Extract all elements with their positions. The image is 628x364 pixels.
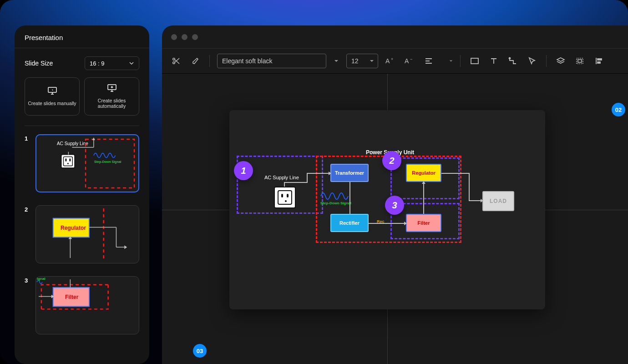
- svg-marker-19: [124, 245, 127, 249]
- chevron-down-icon: [129, 61, 134, 66]
- font-increase-button[interactable]: A+: [384, 54, 397, 68]
- align-left-icon: [425, 57, 433, 65]
- thumb3-signal: ignal: [37, 277, 46, 281]
- caret-down-icon: [370, 59, 374, 63]
- slide-size-value: 16 : 9: [90, 60, 105, 67]
- layers-button[interactable]: [554, 54, 567, 68]
- thumb3-box: Filter: [65, 294, 78, 300]
- svg-text:+: +: [391, 57, 393, 61]
- window-titlebar: [162, 25, 628, 48]
- create-manual-button[interactable]: Create slides manually: [25, 77, 80, 116]
- svg-text:A: A: [405, 57, 409, 65]
- font-increase-icon: A+: [385, 57, 395, 65]
- align-objects-icon: [595, 57, 603, 65]
- load-block[interactable]: LOAD: [482, 191, 514, 211]
- step-marker-2: 2: [382, 151, 401, 170]
- plug-icon: [274, 187, 296, 208]
- theme-value: Elegant soft black: [222, 57, 273, 65]
- svg-point-31: [509, 58, 511, 59]
- caret-down-icon: [334, 59, 339, 63]
- wire: [469, 173, 470, 201]
- svg-rect-8: [65, 159, 66, 162]
- cursor-icon: [528, 57, 536, 65]
- slide-size-label: Slide Size: [25, 60, 53, 67]
- font-decrease-icon: A−: [405, 57, 415, 65]
- svg-rect-2: [86, 139, 134, 188]
- cut-button[interactable]: [169, 54, 183, 68]
- shape-button[interactable]: [468, 54, 481, 68]
- thumb3-art: [36, 277, 139, 334]
- wire-arrow: [469, 200, 481, 201]
- thumb-number: 3: [25, 276, 31, 334]
- align-button[interactable]: [422, 54, 436, 68]
- svg-rect-30: [471, 58, 478, 64]
- wave-signal: [320, 191, 349, 201]
- font-size-select[interactable]: 12: [346, 54, 378, 68]
- wire: [441, 173, 470, 174]
- monitor-plus-icon: [107, 84, 117, 93]
- slide-canvas[interactable]: Power Supply Unit AC Supply Line Step-Do…: [229, 110, 545, 309]
- panel-title: Presentation: [15, 25, 149, 48]
- rectangle-icon: [470, 57, 479, 65]
- font-size-value: 12: [351, 57, 359, 65]
- align-objects-button[interactable]: [592, 54, 606, 68]
- filter-block[interactable]: Filter: [406, 214, 441, 232]
- wire: [349, 182, 350, 214]
- step-marker-1: 1: [234, 161, 253, 180]
- wire-arrow: [307, 173, 329, 174]
- create-auto-button[interactable]: Create slides automatically: [84, 77, 139, 116]
- regulator-block[interactable]: Regulator: [406, 164, 441, 182]
- slide-thumbnail-3[interactable]: ignal Filter: [35, 276, 139, 334]
- traffic-light-close[interactable]: [171, 34, 177, 40]
- thumb-number: 2: [25, 205, 31, 263]
- scissors-icon: [172, 57, 180, 65]
- presentation-panel: Presentation Slide Size 16 : 9 Create sl…: [15, 25, 149, 364]
- slide-size-select[interactable]: 16 : 9: [85, 56, 139, 70]
- font-decrease-button[interactable]: A−: [403, 54, 416, 68]
- help-badge-02[interactable]: 02: [612, 103, 625, 116]
- thumb1-signal: Step-Down Signal: [94, 160, 122, 163]
- slide-thumbnail-2[interactable]: Regulator: [35, 205, 139, 263]
- text-icon: [490, 57, 498, 65]
- group-icon: [575, 57, 584, 65]
- paintbrush-icon: [191, 57, 199, 65]
- svg-rect-32: [577, 58, 583, 64]
- create-auto-label: Create slides automatically: [85, 98, 139, 109]
- step-down-label: Step-Down Signal: [320, 201, 351, 205]
- caret-down-icon: [449, 59, 453, 63]
- slide-thumbnail-1[interactable]: AC Supply Line Step-Down Signal: [35, 134, 139, 192]
- pointer-button[interactable]: [525, 54, 539, 68]
- create-manual-label: Create slides manually: [28, 101, 76, 106]
- wire: [284, 183, 285, 187]
- monitor-cursor-icon: [47, 86, 57, 96]
- svg-rect-33: [578, 60, 582, 62]
- svg-text:−: −: [410, 57, 412, 61]
- thumb2-art: [36, 206, 139, 263]
- connector-button[interactable]: [506, 54, 520, 68]
- svg-rect-35: [598, 62, 600, 63]
- transformer-block[interactable]: Transformer: [330, 164, 369, 182]
- wire: [284, 182, 308, 183]
- theme-dropdown[interactable]: [332, 54, 341, 68]
- format-painter-button[interactable]: [188, 54, 202, 68]
- svg-text:A: A: [385, 57, 390, 65]
- svg-rect-9: [69, 159, 71, 162]
- help-badge-03[interactable]: 03: [193, 344, 207, 358]
- thumb-number: 1: [25, 134, 31, 192]
- connector-icon: [508, 57, 517, 65]
- svg-point-10: [67, 163, 69, 164]
- rectifier-block[interactable]: Rectifier: [330, 214, 369, 232]
- traffic-light-min[interactable]: [182, 34, 187, 40]
- wire-arrow: [423, 184, 424, 214]
- step-marker-3: 3: [385, 196, 404, 215]
- text-button[interactable]: [487, 54, 501, 68]
- wire: [307, 173, 308, 183]
- thumb2-box: Regulator: [61, 225, 86, 231]
- layers-icon: [556, 57, 565, 65]
- thumb1-art: [36, 135, 139, 192]
- group-button[interactable]: [573, 54, 587, 68]
- toolbar: Elegant soft black 12 A+ A−: [162, 48, 628, 74]
- svg-rect-34: [598, 59, 602, 60]
- traffic-light-max[interactable]: [192, 34, 198, 40]
- theme-select[interactable]: Elegant soft black: [217, 54, 326, 68]
